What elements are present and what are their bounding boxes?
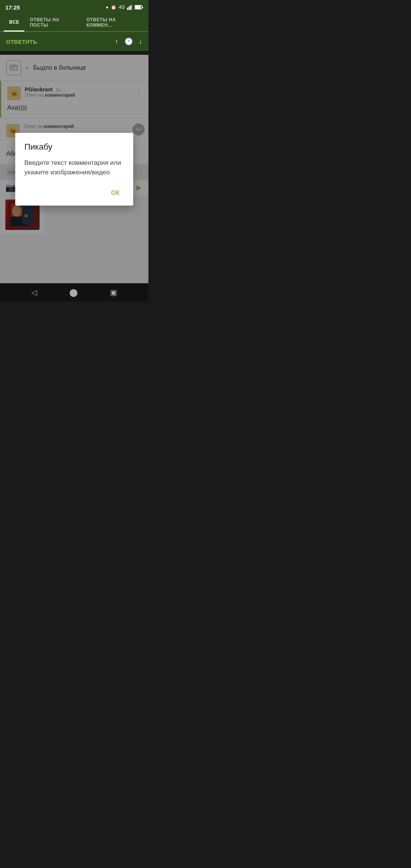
- nav-bar: ◁ ⬤ ▣: [0, 283, 148, 302]
- svg-rect-5: [135, 6, 141, 9]
- status-icons: ● ⏰ 4G: [106, 5, 143, 10]
- tab-replies-posts[interactable]: ОТВЕТЫ НА ПОСТЫ: [24, 13, 81, 32]
- dialog-overlay: Пикабу Введите текст комментария или ука…: [0, 55, 148, 283]
- signal-icon: [127, 5, 132, 10]
- svg-rect-0: [127, 8, 128, 10]
- action-icons: ↑ 🕐 ↓: [115, 37, 142, 46]
- status-bar: 17:25 ● ⏰ 4G: [0, 0, 148, 14]
- dialog-actions: ОК: [24, 187, 124, 199]
- tab-all[interactable]: ВСЕ: [4, 13, 24, 32]
- clock-icon[interactable]: 🕐: [124, 37, 133, 46]
- whatsapp-icon: ●: [106, 5, 108, 10]
- recents-button[interactable]: ▣: [110, 288, 117, 297]
- svg-rect-6: [142, 6, 143, 8]
- down-arrow-icon[interactable]: ↓: [139, 38, 142, 46]
- alarm-icon: ⏰: [111, 5, 116, 10]
- tab-replies-comments[interactable]: ОТВЕТЫ НА КОММЕН...: [81, 13, 145, 32]
- up-arrow-icon[interactable]: ↑: [115, 38, 118, 46]
- dialog-message: Введите текст комментария или укажите из…: [24, 158, 124, 177]
- dialog: Пикабу Введите текст комментария или ука…: [15, 133, 133, 206]
- svg-rect-1: [129, 6, 130, 10]
- home-button[interactable]: ⬤: [69, 288, 78, 297]
- dialog-ok-button[interactable]: ОК: [107, 187, 124, 199]
- battery-icon: [135, 5, 143, 10]
- top-tabs: ВСЕ ОТВЕТЫ НА ПОСТЫ ОТВЕТЫ НА КОММЕН...: [0, 14, 148, 32]
- dialog-title: Пикабу: [24, 142, 124, 152]
- svg-rect-3: [132, 5, 132, 10]
- svg-rect-2: [130, 5, 131, 10]
- status-time: 17:25: [5, 4, 20, 11]
- reply-button[interactable]: ОТВЕТИТЬ: [6, 38, 37, 45]
- back-button[interactable]: ◁: [31, 288, 37, 297]
- network-label: 4G: [119, 5, 125, 10]
- main-content: + Быдло в больнице 🐱 PGlavkravt 1ч Ответ…: [0, 55, 148, 283]
- action-bar: ОТВЕТИТЬ ↑ 🕐 ↓: [0, 32, 148, 51]
